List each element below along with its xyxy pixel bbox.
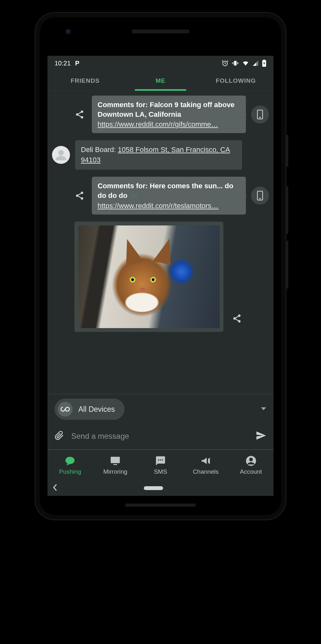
nav-channels[interactable]: Channels	[183, 450, 228, 480]
phone-frame: 10:21 P	[35, 13, 286, 520]
message-bubble[interactable]: Deli Board: 1058 Folsom St, San Francisc…	[75, 140, 242, 170]
tab-me[interactable]: ME	[123, 71, 198, 91]
svg-rect-5	[238, 63, 239, 64]
svg-point-20	[233, 317, 236, 320]
battery-icon	[262, 60, 266, 67]
back-button[interactable]	[52, 484, 57, 493]
infinity-icon	[58, 402, 73, 417]
sender-avatar[interactable]	[52, 146, 70, 164]
share-icon[interactable]	[230, 311, 244, 326]
message-row: Deli Board: 1058 Folsom St, San Francisc…	[52, 140, 269, 170]
side-button	[286, 186, 288, 234]
compose-input[interactable]	[71, 432, 248, 441]
chat-list[interactable]: Comments for: Falcon 9 taking off above …	[48, 91, 273, 394]
svg-point-9	[76, 113, 79, 116]
message-title: Comments for: Here comes the sun... do d…	[98, 181, 240, 200]
svg-rect-3	[237, 62, 238, 64]
status-time: 10:21	[55, 60, 71, 67]
message-link[interactable]: https://www.reddit.com/r/gifs/comme…	[98, 120, 240, 129]
nav-label: SMS	[154, 468, 167, 475]
speaker-grille-bottom	[125, 504, 196, 507]
svg-point-13	[58, 150, 64, 156]
svg-rect-7	[263, 60, 265, 60]
svg-rect-1	[234, 61, 236, 66]
target-device-button[interactable]	[251, 106, 269, 123]
app-indicator-icon: P	[75, 60, 79, 67]
message-row: Comments for: Falcon 9 taking off above …	[52, 96, 269, 133]
target-device-button[interactable]	[251, 187, 269, 205]
svg-point-14	[81, 191, 83, 194]
tab-friends[interactable]: FRIENDS	[48, 71, 123, 91]
message-bubble[interactable]: Comments for: Falcon 9 taking off above …	[92, 96, 246, 133]
chevron-down-icon[interactable]	[261, 406, 266, 412]
device-selector[interactable]: All Devices	[55, 399, 125, 420]
svg-point-29	[249, 458, 253, 461]
svg-point-27	[162, 459, 163, 461]
alarm-icon	[221, 60, 229, 67]
nav-label: Account	[240, 468, 262, 475]
tab-following[interactable]: FOLLOWING	[198, 71, 273, 91]
message-bubble[interactable]: Comments for: Here comes the sun... do d…	[92, 177, 246, 214]
svg-point-21	[238, 320, 241, 323]
wifi-icon	[242, 60, 249, 67]
compose-row	[48, 424, 273, 449]
svg-point-26	[160, 459, 161, 461]
system-nav-bar	[48, 480, 273, 496]
svg-point-12	[260, 117, 260, 118]
chat-icon	[65, 455, 75, 466]
svg-rect-4	[232, 63, 232, 64]
send-button[interactable]	[256, 430, 266, 442]
device-selector-row: All Devices	[48, 394, 273, 424]
status-bar: 10:21 P	[48, 56, 273, 71]
bottom-nav: Pushing Mirroring SMS Channels Account	[48, 450, 273, 480]
monitor-icon	[110, 455, 121, 466]
account-icon	[246, 455, 256, 466]
image-content	[78, 225, 220, 328]
attach-icon[interactable]	[55, 431, 64, 442]
megaphone-icon	[200, 455, 211, 466]
device-selector-label: All Devices	[78, 405, 115, 414]
screen: 10:21 P	[48, 56, 273, 496]
nav-mirroring[interactable]: Mirroring	[93, 450, 138, 480]
svg-rect-23	[111, 457, 120, 463]
svg-point-16	[81, 197, 83, 200]
svg-rect-24	[114, 464, 117, 465]
svg-point-18	[260, 198, 260, 199]
speaker-grille	[132, 30, 189, 33]
nav-label: Mirroring	[103, 468, 127, 475]
nav-pushing[interactable]: Pushing	[48, 450, 93, 480]
side-button	[286, 135, 288, 167]
share-icon[interactable]	[73, 107, 87, 122]
svg-point-8	[81, 110, 83, 113]
message-row	[52, 222, 269, 332]
camera-dot	[65, 29, 71, 35]
svg-rect-2	[233, 62, 234, 64]
message-link[interactable]: https://www.reddit.com/r/teslamotors…	[98, 202, 240, 210]
vibrate-icon	[232, 60, 239, 67]
phone-inner: 10:21 P	[40, 17, 281, 515]
side-button	[286, 241, 288, 289]
sms-icon	[155, 455, 166, 466]
share-icon[interactable]	[73, 189, 87, 203]
svg-point-22	[65, 457, 74, 464]
nav-account[interactable]: Account	[228, 450, 273, 480]
nav-sms[interactable]: SMS	[138, 450, 183, 480]
message-row: Comments for: Here comes the sun... do d…	[52, 177, 269, 214]
svg-point-25	[158, 459, 159, 461]
nav-label: Pushing	[59, 468, 81, 475]
message-prefix: Deli Board:	[81, 146, 118, 154]
signal-icon	[252, 60, 259, 66]
nav-label: Channels	[193, 468, 219, 475]
home-button[interactable]	[144, 486, 163, 490]
svg-point-15	[76, 194, 79, 197]
message-title: Comments for: Falcon 9 taking off above …	[98, 100, 240, 119]
top-tabs: FRIENDS ME FOLLOWING	[48, 71, 273, 91]
image-message[interactable]	[74, 222, 223, 332]
svg-point-19	[238, 314, 241, 317]
svg-point-10	[81, 116, 83, 119]
